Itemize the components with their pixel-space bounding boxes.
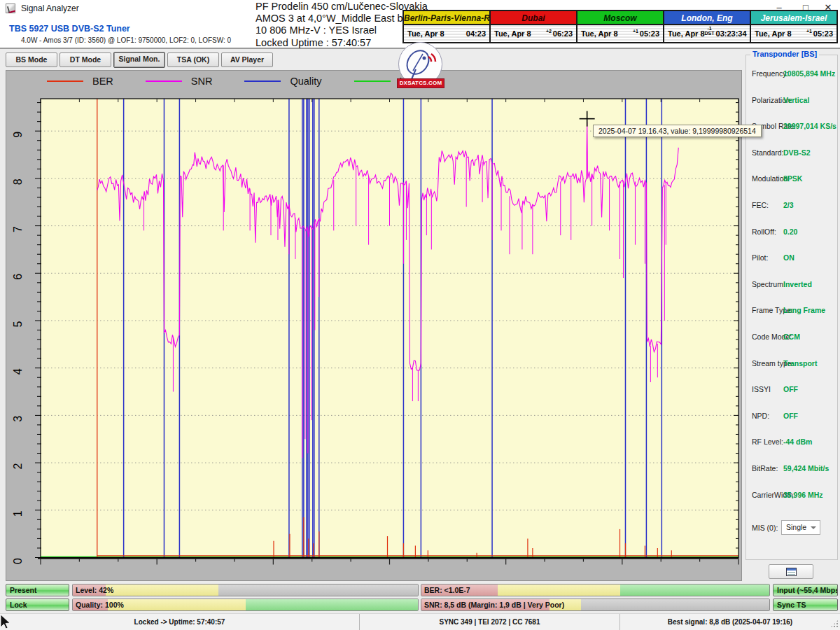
transponder-row-value: CCM xyxy=(783,332,800,341)
info-line-1: PF Prodelin 450 cm/Lučenec-Slovakia xyxy=(255,1,406,13)
clock-time: 06:23 xyxy=(553,29,573,38)
info-line-3: 10 806 MHz-V : YES Israel xyxy=(255,24,406,36)
meter-label: Quality: 100% xyxy=(76,599,124,611)
y-tick-label: 3 xyxy=(12,416,24,422)
quality-meter: Quality: 100% xyxy=(72,598,419,611)
lock-indicator: Lock xyxy=(6,598,69,611)
statusbar: Locked -> Uptime: 57:40:57 SYNC 349 | TE… xyxy=(0,613,840,630)
meter-segment-yellow xyxy=(498,584,620,596)
transponder-row-value: DVB-S2 xyxy=(783,148,811,157)
tab-dt-mode[interactable]: DT Mode xyxy=(59,52,111,67)
present-indicator: Present xyxy=(6,584,69,596)
chevron-down-icon xyxy=(811,526,816,529)
transponder-row-label: Pilot: xyxy=(752,253,768,262)
info-line-4: Locked Uptime : 57:40:57 xyxy=(255,37,406,49)
tuner-title: TBS 5927 USB DVB-S2 Tuner xyxy=(9,24,130,34)
tab-tsa-ok-[interactable]: TSA (OK) xyxy=(167,52,219,67)
clock-time-row: Tue, Apr 8+105:23 xyxy=(751,25,836,42)
clock-utc-offset: +1 xyxy=(806,29,813,34)
clock-utc-offset: +1 xyxy=(633,29,640,34)
transponder-row-value: -44 dBm xyxy=(783,438,812,446)
clock-time: 04:23 xyxy=(466,29,486,38)
chart-tooltip: 2025-04-07 19.16.43, value: 9,1999998092… xyxy=(593,125,762,137)
transponder-row: CarrierWidth:35,996 MHz xyxy=(746,486,837,513)
transponder-row-value: OFF xyxy=(783,412,798,420)
clock-time-row: Tue, Apr 804:23 xyxy=(404,25,489,42)
mis-select[interactable]: Single xyxy=(781,520,820,535)
transponder-row-label: Spectrum: xyxy=(752,280,785,288)
clock-utc-offset: +2 xyxy=(546,29,553,34)
y-tick-label: 5 xyxy=(12,321,24,327)
transponder-row-value: ON xyxy=(783,253,794,262)
window-title: Signal Analyzer xyxy=(21,4,79,13)
info-line-2: AMOS 3 at 4,0°W_Middle East beam xyxy=(255,13,406,24)
transponder-row: ISSYIOFF xyxy=(746,381,837,407)
mis-selected-value: Single xyxy=(786,523,806,531)
transponder-row: Frame Type:Long Frame xyxy=(746,302,837,328)
list-icon xyxy=(786,568,797,576)
y-tick-label: 9 xyxy=(12,132,24,138)
clock-1: Berlin-Paris-Vienna-RomaTue, Apr 804:23 xyxy=(404,11,491,42)
transponder-row: Polarization:Vertical xyxy=(746,92,837,118)
tab-bs-mode[interactable]: BS Mode xyxy=(6,52,57,67)
dxsatcs-logo: DXSATCS.COM xyxy=(396,42,445,94)
tab-signal-mon-[interactable]: Signal Mon. xyxy=(113,52,165,68)
clock-time: 03:23:34 xyxy=(716,29,747,38)
clock-time-row: Tue, Apr 8-1 DST03:23:34 xyxy=(664,25,750,42)
world-clocks: Berlin-Paris-Vienna-RomaTue, Apr 804:23D… xyxy=(402,10,838,43)
plot-area[interactable] xyxy=(41,99,738,558)
transponder-row-value: Transport xyxy=(783,359,817,368)
transponder-row-value: 29997,014 KS/s xyxy=(783,122,836,130)
transponder-row: Stream type:Transport xyxy=(746,355,837,382)
mis-label: MIS (0): xyxy=(752,524,778,532)
clock-date: Tue, Apr 8 xyxy=(668,29,705,38)
transponder-row-value: OFF xyxy=(783,385,798,393)
meter-segment-yellow xyxy=(106,584,218,596)
transponder-row-value: 2/3 xyxy=(783,201,794,209)
transponder-row-label: RF Level: xyxy=(752,438,783,446)
y-tick-label: 8 xyxy=(12,178,24,185)
meter-segment-yellow xyxy=(108,599,246,610)
clock-utc-offset: -1 DST xyxy=(705,26,716,36)
transponder-row-value: 0.20 xyxy=(783,227,797,236)
statusbar-uptime: Locked -> Uptime: 57:40:57 xyxy=(0,614,359,630)
transponder-row-label: RollOff: xyxy=(752,227,776,236)
app-icon xyxy=(6,4,15,13)
y-tick-label: 4 xyxy=(12,368,24,374)
input-indicator: Input (~55,4 Mbps) xyxy=(773,584,838,596)
tab-av-player[interactable]: AV Player xyxy=(221,52,273,67)
clock-time: 05:23 xyxy=(813,29,833,38)
transponder-row-label: ISSYI xyxy=(752,385,771,393)
clock-5: Jerusalem-IsraelTue, Apr 8+105:23 xyxy=(751,11,836,42)
indicator-row-2: Lock Quality: 100% SNR: 8,5 dB (Margin: … xyxy=(0,598,840,611)
clock-date: Tue, Apr 8 xyxy=(755,29,792,38)
transponder-row-label: BitRate: xyxy=(752,464,778,472)
transponder-row: NPD:OFF xyxy=(746,407,837,434)
clock-city-label: London, Eng xyxy=(664,11,750,25)
y-tick-label: 7 xyxy=(12,226,24,232)
snr-meter: SNR: 8,5 dB (Margin: 1,9 dB | Very Poor) xyxy=(421,598,770,611)
indicator-row-1: Present Level: 42% BER: <1.0E-7 Input (~… xyxy=(0,584,840,596)
signal-chart[interactable]: 0123456789 xyxy=(6,71,743,582)
mode-tabs: BS ModeDT ModeSignal Mon.TSA (OK)AV Play… xyxy=(6,52,273,69)
transponder-row-value: 8PSK xyxy=(783,174,802,183)
transponder-list-button[interactable] xyxy=(769,564,813,579)
y-tick-label: 0 xyxy=(12,558,24,564)
meter-segment-green xyxy=(620,584,770,596)
transponder-row-value: 35,996 MHz xyxy=(783,491,823,499)
transponder-row: Spectrum:Inverted xyxy=(746,276,837,302)
signal-chart-module: BERSNRQualityLevel 0123456789 2025-04-07… xyxy=(6,70,742,581)
transponder-row: Frequency:10805,894 MHz xyxy=(746,65,837,92)
clock-3: MoscowTue, Apr 8+105:23 xyxy=(578,11,664,42)
meter-label: SNR: 8,5 dB (Margin: 1,9 dB | Very Poor) xyxy=(424,599,564,611)
indicator-bars: Present Level: 42% BER: <1.0E-7 Input (~… xyxy=(0,583,840,612)
clock-city-label: Jerusalem-Israel xyxy=(751,11,836,25)
statusbar-sync-counters: SYNC 349 | TEI 2072 | CC 7681 xyxy=(359,614,620,630)
y-tick-label: 6 xyxy=(12,274,24,280)
mis-row: MIS (0): Single xyxy=(746,520,837,537)
clock-time-row: Tue, Apr 8+206:23 xyxy=(491,25,576,42)
app-window: Signal Analyzer – □ ✕ TBS 5927 USB DVB-S… xyxy=(0,0,840,630)
transponder-row-value: 10805,894 MHz xyxy=(783,69,835,78)
meter-segment-gray xyxy=(581,599,770,610)
logo-text: DXSATCS.COM xyxy=(397,78,444,88)
